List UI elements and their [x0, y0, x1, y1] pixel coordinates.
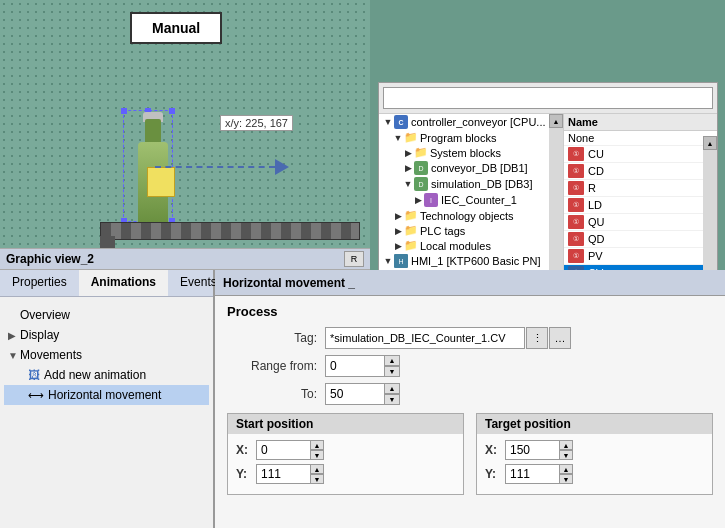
nav-item-overview[interactable]: Overview	[4, 305, 209, 325]
folder-icon-system: 📁	[414, 146, 428, 159]
tree-item-plc-tags[interactable]: ▶ 📁 PLC tags	[379, 223, 563, 238]
hmi-icon: H	[394, 254, 408, 268]
target-y-up[interactable]: ▲	[559, 464, 573, 474]
tree-item-simulation-db[interactable]: ▼ D simulation_DB [DB3]	[379, 176, 563, 192]
range-to-spin-btns: ▲ ▼	[384, 383, 400, 405]
start-x-row: X: ▲ ▼	[236, 440, 455, 460]
name-scroll-track	[703, 150, 717, 275]
tag-browse-btn[interactable]: ⋮	[526, 327, 548, 349]
expand-display[interactable]: ▶	[8, 330, 20, 341]
arrow-head	[275, 159, 289, 175]
movement-arrow	[155, 159, 289, 175]
nav-tree: Overview ▶ Display ▼ Movements 🖼 Add new…	[0, 297, 213, 413]
tab-animations[interactable]: Animations	[79, 270, 168, 296]
add-animation-item[interactable]: 🖼 Add new animation	[4, 365, 209, 385]
range-to-up[interactable]: ▲	[384, 383, 400, 394]
range-from-up[interactable]: ▲	[384, 355, 400, 366]
start-y-input[interactable]	[256, 464, 311, 484]
expand-system-blocks[interactable]: ▶	[403, 148, 413, 158]
tag-icon-cu: ①	[568, 147, 584, 161]
folder-icon-tech: 📁	[404, 209, 418, 222]
scroll-up-btn[interactable]: ▲	[549, 114, 563, 128]
tag-form-row: Tag: ⋮ …	[227, 327, 713, 349]
tree-item-conveyor-db[interactable]: ▶ D conveyor_DB [DB1]	[379, 160, 563, 176]
name-row-ld[interactable]: ① LD	[564, 197, 717, 214]
name-row-none[interactable]: None	[564, 131, 717, 146]
expand-root[interactable]: ▼	[383, 117, 393, 127]
expand-iec[interactable]: ▶	[413, 195, 423, 205]
target-x-spin: ▲ ▼	[559, 440, 573, 460]
target-y-down[interactable]: ▼	[559, 474, 573, 484]
manual-button[interactable]: Manual	[130, 12, 222, 44]
name-row-qu[interactable]: ① QU	[564, 214, 717, 231]
tree-dialog-top	[379, 83, 717, 114]
expand-hmi[interactable]: ▼	[383, 256, 393, 266]
tab-properties[interactable]: Properties	[0, 270, 79, 296]
tree-item-iec-counter[interactable]: ▶ I IEC_Counter_1	[379, 192, 563, 208]
add-icon: 🖼	[28, 368, 40, 382]
start-x-input[interactable]	[256, 440, 311, 460]
name-scroll-up[interactable]: ▲	[703, 136, 717, 150]
coords-label: x/y: 225, 167	[220, 115, 293, 131]
tag-icon-qd: ①	[568, 232, 584, 246]
tree-item-hmi[interactable]: ▼ H HMI_1 [KTP600 Basic PN]	[379, 253, 563, 269]
graphic-view-header: Graphic view_2 R	[0, 248, 370, 270]
start-x-label: X:	[236, 443, 256, 457]
start-x-up[interactable]: ▲	[310, 440, 324, 450]
name-row-r[interactable]: ① R	[564, 180, 717, 197]
expand-conveyor[interactable]: ▶	[403, 163, 413, 173]
tree-search-input[interactable]	[383, 87, 713, 109]
range-from-input[interactable]	[325, 355, 385, 377]
conveyor-belt	[100, 222, 360, 240]
main-panel-header: Horizontal movement _	[215, 270, 725, 296]
start-pos-title: Start position	[228, 414, 463, 434]
range-from-down[interactable]: ▼	[384, 366, 400, 377]
tree-item-tech-objects[interactable]: ▶ 📁 Technology objects	[379, 208, 563, 223]
cpu-icon: C	[394, 115, 408, 129]
start-x-down[interactable]: ▼	[310, 450, 324, 460]
name-row-cd[interactable]: ① CD	[564, 163, 717, 180]
tag-icon-ld: ①	[568, 198, 584, 212]
name-row-qd[interactable]: ① QD	[564, 231, 717, 248]
expand-simulation[interactable]: ▼	[403, 179, 413, 189]
tree-item-program-blocks[interactable]: ▼ 📁 Program blocks	[379, 130, 563, 145]
expand-tech[interactable]: ▶	[393, 211, 403, 221]
target-x-input[interactable]	[505, 440, 560, 460]
target-y-spin: ▲ ▼	[559, 464, 573, 484]
start-y-up[interactable]: ▲	[310, 464, 324, 474]
nav-item-display[interactable]: ▶ Display	[4, 325, 209, 345]
expand-plc[interactable]: ▶	[393, 226, 403, 236]
target-x-down[interactable]: ▼	[559, 450, 573, 460]
start-y-row: Y: ▲ ▼	[236, 464, 455, 484]
expand-program-blocks[interactable]: ▼	[393, 133, 403, 143]
tree-item-system-blocks[interactable]: ▶ 📁 System blocks	[379, 145, 563, 160]
expand-movements[interactable]: ▼	[8, 350, 20, 361]
main-panel: Horizontal movement _ Process Tag: ⋮ … R…	[215, 270, 725, 528]
target-y-input[interactable]	[505, 464, 560, 484]
range-to-label: To:	[227, 387, 317, 401]
start-y-down[interactable]: ▼	[310, 474, 324, 484]
tree-item-root[interactable]: ▼ C controller_conveyor [CPU...	[379, 114, 563, 130]
bottle-body	[138, 142, 168, 222]
tag-input[interactable]	[325, 327, 525, 349]
tree-item-local-modules[interactable]: ▶ 📁 Local modules	[379, 238, 563, 253]
db-icon-conveyor: D	[414, 161, 428, 175]
name-col-header: Name	[564, 114, 717, 131]
expand-local[interactable]: ▶	[393, 241, 403, 251]
horizontal-movement-item[interactable]: ⟷ Horizontal movement	[4, 385, 209, 405]
canvas-area: Manual x/y: 225, 167	[0, 0, 370, 270]
name-row-cu[interactable]: ① CU	[564, 146, 717, 163]
tag-icon-cd: ①	[568, 164, 584, 178]
tag-action-btn[interactable]: …	[549, 327, 571, 349]
target-x-up[interactable]: ▲	[559, 440, 573, 450]
name-row-pv[interactable]: ① PV	[564, 248, 717, 265]
start-x-spin: ▲ ▼	[310, 440, 324, 460]
nav-item-movements[interactable]: ▼ Movements	[4, 345, 209, 365]
position-sections: Start position X: ▲ ▼ Y: ▲ ▼	[227, 413, 713, 495]
range-to-input[interactable]	[325, 383, 385, 405]
graphic-view-btn[interactable]: R	[344, 251, 364, 267]
tag-icon-qu: ①	[568, 215, 584, 229]
range-to-down[interactable]: ▼	[384, 394, 400, 405]
process-section-title: Process	[227, 304, 713, 319]
target-pos-title: Target position	[477, 414, 712, 434]
